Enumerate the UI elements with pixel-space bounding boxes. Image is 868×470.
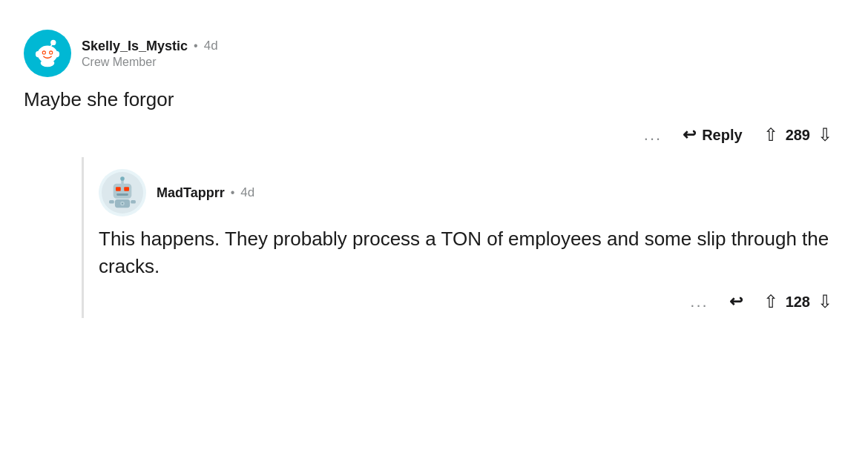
svg-rect-13 <box>116 188 121 192</box>
reply-vote-count: 128 <box>786 294 810 311</box>
svg-rect-12 <box>114 184 132 199</box>
reply-reply-arrow-icon: ↩ <box>729 292 743 311</box>
user-meta: Skelly_Is_Mystic • 4d Crew Member <box>82 39 218 69</box>
reply-comment-text: This happens. They probably process a TO… <box>99 225 844 279</box>
vote-group: ⇧ 289 ⇩ <box>763 125 832 145</box>
svg-point-9 <box>55 51 59 57</box>
reply-upvote-button[interactable]: ⇧ <box>763 291 778 312</box>
downvote-button[interactable]: ⇩ <box>818 125 832 145</box>
reply-username[interactable]: MadTapprr <box>157 185 225 201</box>
reply-comment-header: MadTapprr • 4d <box>99 169 844 216</box>
reply-vote-group: ⇧ 128 ⇩ <box>763 291 832 312</box>
reply-more-options-button[interactable]: ... <box>690 292 708 311</box>
reply-username-line: MadTapprr • 4d <box>157 185 254 201</box>
user-role: Crew Member <box>82 56 218 69</box>
reply-user-meta: MadTapprr • 4d <box>157 185 254 201</box>
svg-point-8 <box>36 51 40 57</box>
reply-button[interactable]: ↩ Reply <box>683 125 742 145</box>
reply-section: MadTapprr • 4d This happens. They probab… <box>82 157 844 318</box>
separator-dot: • <box>194 39 198 53</box>
username-line: Skelly_Is_Mystic • 4d <box>82 39 218 54</box>
reply-reply-button[interactable]: ↩ <box>729 292 743 311</box>
reply-avatar <box>99 169 146 216</box>
reply-downvote-button[interactable]: ⇩ <box>818 291 832 312</box>
comment-1: Skelly_Is_Mystic • 4d Crew Member Maybe … <box>24 18 844 151</box>
reply-comment-actions: ... ↩ ⇧ 128 ⇩ <box>99 291 844 312</box>
svg-point-17 <box>120 177 125 182</box>
reply-separator-dot: • <box>231 186 235 199</box>
upvote-button[interactable]: ⇧ <box>763 125 778 145</box>
svg-rect-15 <box>116 194 128 196</box>
reply-time-ago: 4d <box>240 185 254 200</box>
comment-header: Skelly_Is_Mystic • 4d Crew Member <box>24 30 844 77</box>
reply-label: Reply <box>702 127 742 144</box>
svg-rect-19 <box>109 200 114 203</box>
vote-count: 289 <box>786 127 810 144</box>
svg-point-6 <box>43 51 45 53</box>
reply-arrow-icon: ↩ <box>683 125 696 145</box>
time-ago: 4d <box>204 39 218 53</box>
svg-point-22 <box>122 203 123 205</box>
svg-rect-20 <box>131 200 136 203</box>
avatar <box>24 30 71 77</box>
reply-comment-1: MadTapprr • 4d This happens. They probab… <box>99 157 844 318</box>
svg-point-10 <box>41 59 55 67</box>
svg-point-7 <box>50 51 52 53</box>
more-options-button[interactable]: ... <box>644 125 662 145</box>
comment-actions: ... ↩ Reply ⇧ 289 ⇩ <box>24 125 844 145</box>
username[interactable]: Skelly_Is_Mystic <box>82 39 188 54</box>
comment-text: Maybe she forgor <box>24 86 844 113</box>
svg-rect-14 <box>124 188 129 192</box>
